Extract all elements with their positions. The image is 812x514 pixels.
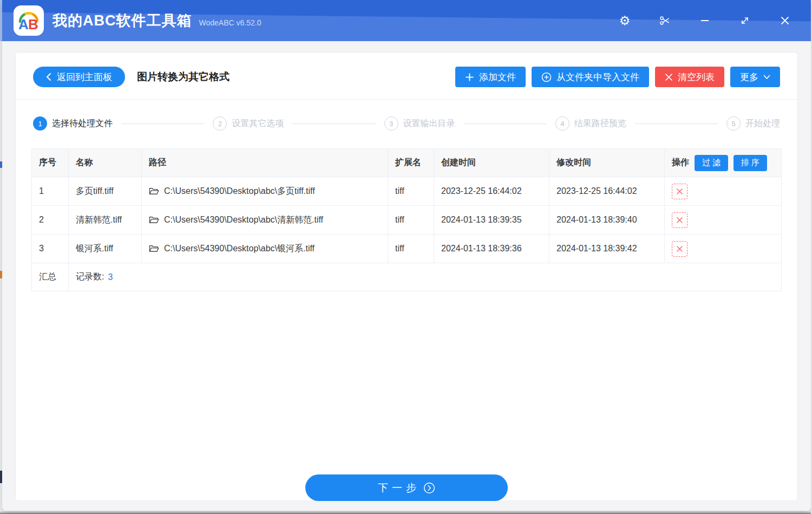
resize-maximize-icon[interactable] — [738, 14, 751, 27]
step-1-circle: 1 — [33, 116, 47, 131]
step-1-select-files: 1 选择待处理文件 — [33, 116, 113, 131]
app-logo-icon: A B — [13, 5, 44, 36]
cell-path: C:\Users\54390\Desktop\abc\多页tiff.tiff — [142, 177, 388, 205]
cell-modified: 2024-01-13 18:39:42 — [549, 235, 665, 263]
cell-name: 清新韩范.tiff — [69, 206, 142, 234]
path-text: C:\Users\54390\Desktop\abc\银河系.tiff — [164, 243, 315, 255]
clear-list-label: 清空列表 — [678, 71, 715, 83]
step-5-start: 5 开始处理 — [726, 116, 780, 131]
cell-created: 2023-12-25 16:44:02 — [434, 177, 549, 205]
add-files-label: 添加文件 — [479, 71, 516, 83]
step-connector — [121, 123, 204, 124]
path-text: C:\Users\54390\Desktop\abc\清新韩范.tiff — [164, 214, 323, 226]
delete-x-icon — [676, 245, 683, 252]
step-5-circle: 5 — [726, 116, 741, 131]
logo-letter-a: A — [18, 16, 29, 32]
cell-ext: tiff — [388, 177, 434, 205]
header-ext: 扩展名 — [388, 149, 434, 177]
summary-cell: 记录数: 3 — [69, 263, 781, 291]
scissors-icon[interactable] — [658, 14, 671, 27]
table-row: 2 清新韩范.tiff C:\Users\54390\Desktop\abc\清… — [32, 206, 781, 235]
cell-index: 3 — [32, 235, 69, 263]
file-table: 序号 名称 路径 扩展名 创建时间 修改时间 操作 过滤 排序 1 多页tiff… — [31, 148, 782, 291]
sort-button[interactable]: 排序 — [734, 155, 767, 171]
step-connector — [464, 123, 547, 124]
logo-letter-b: B — [28, 16, 38, 32]
header-operations: 操作 过滤 排序 — [665, 149, 782, 177]
page-title: 图片转换为其它格式 — [137, 70, 230, 84]
filter-button[interactable]: 过滤 — [695, 155, 728, 171]
table-row: 3 银河系.tiff C:\Users\54390\Desktop\abc\银河… — [32, 235, 781, 263]
record-count-label: 记录数: — [76, 271, 104, 283]
chevron-left-icon — [46, 73, 51, 81]
step-2-options: 2 设置其它选项 — [213, 116, 284, 131]
step-4-label: 结果路径预览 — [574, 118, 626, 129]
table-row: 1 多页tiff.tiff C:\Users\54390\Desktop\abc… — [32, 177, 781, 206]
cell-modified: 2024-01-13 18:39:40 — [549, 206, 665, 234]
header-modified: 修改时间 — [549, 149, 665, 177]
header-path: 路径 — [142, 149, 388, 177]
cell-operations — [665, 235, 782, 263]
app-title: 我的ABC软件工具箱 — [53, 11, 192, 30]
circle-plus-icon — [541, 72, 552, 82]
x-icon — [665, 73, 673, 81]
record-count-value: 3 — [108, 272, 113, 282]
import-from-folder-label: 从文件夹中导入文件 — [556, 71, 639, 83]
clear-list-button[interactable]: 清空列表 — [655, 67, 724, 87]
cell-index: 2 — [32, 206, 69, 234]
toolbar-divider — [16, 99, 797, 100]
back-to-main-button[interactable]: 返回到主面板 — [33, 67, 125, 87]
header-name: 名称 — [69, 149, 142, 177]
settings-gear-icon[interactable]: ⚙ — [618, 14, 631, 27]
step-3-label: 设置输出目录 — [403, 118, 455, 129]
step-connector — [292, 123, 375, 124]
cell-operations — [665, 177, 782, 205]
cell-path: C:\Users\54390\Desktop\abc\清新韩范.tiff — [142, 206, 388, 234]
circle-chevron-right-icon — [423, 482, 435, 494]
minimize-icon[interactable] — [698, 14, 711, 27]
header-index: 序号 — [32, 149, 69, 177]
delete-row-button[interactable] — [672, 212, 687, 228]
step-4-circle: 4 — [555, 116, 569, 131]
summary-label: 汇总 — [32, 263, 69, 291]
more-label: 更多 — [740, 71, 758, 83]
step-1-label: 选择待处理文件 — [52, 118, 113, 129]
app-version: WodeABC v6.52.0 — [199, 18, 261, 27]
cell-created: 2024-01-13 18:39:35 — [434, 206, 549, 234]
more-button[interactable]: 更多 — [730, 67, 780, 87]
step-5-label: 开始处理 — [745, 118, 780, 129]
step-4-result-preview: 4 结果路径预览 — [555, 116, 626, 131]
folder-open-icon[interactable] — [149, 187, 159, 196]
table-summary-row: 汇总 记录数: 3 — [32, 263, 781, 291]
folder-open-icon[interactable] — [149, 244, 159, 253]
cell-index: 1 — [32, 177, 69, 205]
delete-row-button[interactable] — [672, 241, 687, 257]
folder-open-icon[interactable] — [149, 216, 159, 224]
close-icon[interactable] — [778, 14, 791, 27]
title-bar: A B 我的ABC软件工具箱 WodeABC v6.52.0 ⚙ — [2, 0, 811, 41]
step-2-label: 设置其它选项 — [232, 118, 284, 129]
app-background: 返回到主面板 图片转换为其它格式 添加文件 — [2, 41, 811, 511]
step-3-output-dir: 3 设置输出目录 — [384, 116, 455, 131]
toolbar: 返回到主面板 图片转换为其它格式 添加文件 — [16, 53, 797, 87]
header-operations-label: 操作 — [672, 157, 689, 168]
next-step-label: 下一步 — [378, 481, 420, 495]
delete-row-button[interactable] — [672, 184, 687, 199]
desktop-sliver-bottom — [0, 510, 812, 514]
cell-ext: tiff — [388, 206, 434, 234]
delete-x-icon — [676, 217, 683, 224]
step-2-circle: 2 — [213, 116, 227, 131]
path-text: C:\Users\54390\Desktop\abc\多页tiff.tiff — [164, 186, 315, 197]
delete-x-icon — [676, 188, 683, 195]
cell-ext: tiff — [388, 235, 434, 263]
chevron-down-icon — [763, 75, 770, 80]
step-3-circle: 3 — [384, 116, 398, 131]
cell-operations — [665, 206, 782, 234]
cell-name: 银河系.tiff — [69, 235, 142, 263]
plus-icon — [465, 73, 474, 82]
next-step-button[interactable]: 下一步 — [305, 474, 508, 501]
step-indicator: 1 选择待处理文件 2 设置其它选项 3 设置输出目录 4 结果路径预览 — [16, 116, 797, 131]
import-from-folder-button[interactable]: 从文件夹中导入文件 — [532, 67, 649, 87]
cell-name: 多页tiff.tiff — [69, 177, 142, 205]
add-files-button[interactable]: 添加文件 — [455, 67, 526, 87]
